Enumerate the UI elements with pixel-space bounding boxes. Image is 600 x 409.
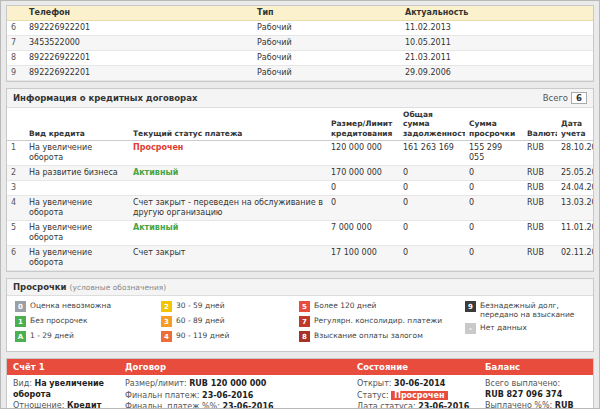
credit-currency: RUB [523,166,557,181]
account-contract-pair-label: Размер/лимит: [125,379,187,388]
phones-header-row: Телефон Тип Актуальность [7,6,593,21]
legend-code-swatch-9: 9 [465,301,476,312]
legend-label: 30 - 59 дней [176,301,225,311]
credit-row: 4На увеличение оборотаСчет закрыт - пере… [7,196,593,221]
account-contract-pair-value: 23-06-2016 [222,402,273,409]
credits-header-limit: Размер/Лимит кредитования [327,108,399,141]
account-info-pair-label: Вид: [13,379,32,388]
credit-row-number: 2 [7,166,25,181]
legend-column: 0Оценка невозможна1Без просрочекA1 - 29 … [15,301,153,346]
account-contract-column: Размер/лимит: RUB 120 000 000Финальн пла… [125,379,357,409]
account-state-column: Открыт: 30-06-2014Статус: ПросроченДата … [357,379,485,409]
account-balance-pair: Всего выплачено: RUB 827 096 374 [485,379,587,400]
credit-overdue: 0 [465,246,523,271]
credit-row: 5На увеличение оборотаАктивный7 000 0000… [7,221,593,246]
no-data-swatch: – [465,323,476,334]
legend-item: 0Оценка невозможна [15,301,153,312]
credits-header-currency: Валюта [523,108,557,141]
credit-row-number: 3 [7,181,25,196]
phones-header-type: Тип [253,6,401,21]
account-info-pair: Вид: На увеличение оборота [13,379,125,400]
credit-date: 28.10.2016 [557,141,593,166]
legend-item: 9Безнадежный долг, передано на взыскание [465,301,585,319]
legend-item: 360 - 89 дней [161,316,291,327]
phone-row-number: 9 [7,66,25,81]
phone-number: 892226922201 [25,66,253,81]
credits-header-num [7,108,25,141]
legend-section-header: Просрочки(условные обозначения) [7,279,593,296]
account-header-contract: Договор [125,362,357,372]
account-state-pair-value: 30-06-2014 [394,379,445,388]
account-section: Счёт 1 Договор Состояние Баланс Вид: На … [6,358,594,409]
credit-date: 02.11.2010 [557,246,593,271]
legend-item: 5Более 120 дней [299,301,457,312]
account-state-pair-value: 23-06-2016 [418,402,469,409]
credit-kind: На увеличение оборота [25,141,129,166]
phone-number: 892226922201 [25,51,253,66]
credit-status: Активный [129,221,327,246]
account-contract-pair: Размер/лимит: RUB 120 000 000 [125,379,357,389]
credits-header-debt: Общая сумма задолженности [399,108,465,141]
legend-label: Более 120 дней [314,301,376,311]
credits-section-header: Информация о кредитных договорах Всего6 [7,89,593,108]
credits-header-row: Вид кредита Текущий статус платежа Разме… [7,108,593,141]
phones-table: Телефон Тип Актуальность 6892226922201Ра… [7,6,593,81]
account-contract-pair: Финальн платеж: 23-06-2016 [125,391,357,401]
account-balance-pair-value: RUB 827 096 374 [485,390,562,399]
account-contract-pair-label: Финальн. платеж %%: [125,402,220,409]
account-contract-pair-label: Финальн платеж: [125,391,200,400]
credit-currency: RUB [523,246,557,271]
credit-date: 13.03.2013 [557,196,593,221]
credit-currency: RUB [523,196,557,221]
credits-header-kind: Вид кредита [25,108,129,141]
credit-date: 25.05.2016 [557,166,593,181]
account-info-pair-label: Отношение: [13,401,64,409]
legend-code-swatch-2: 2 [161,301,172,312]
credit-limit: 120 000 000 [327,141,399,166]
credit-kind [25,181,129,196]
account-balance-pair-label: Выплачено %%: [485,401,552,409]
credit-kind: На увеличение оборота [25,196,129,221]
legend-code-swatch-1: 1 [15,316,26,327]
credit-overdue: 155 299 055 [465,141,523,166]
account-state-pair: Статус: Просрочен [357,391,485,401]
credit-row: 2На развитие бизнесаАктивный170 000 0000… [7,166,593,181]
credit-debt: 0 [399,221,465,246]
legend-code-swatch-5: 5 [299,301,310,312]
account-header-state: Состояние [357,362,485,372]
credit-date: 11.01.2013 [557,221,593,246]
credit-report-page: Телефон Тип Актуальность 6892226922201Ра… [1,1,599,409]
credit-row-number: 1 [7,141,25,166]
credits-section: Информация о кредитных договорах Всего6 … [6,88,594,272]
legend-grid: 0Оценка невозможна1Без просрочекA1 - 29 … [7,296,593,351]
phone-date: 11.02.2013 [401,21,593,36]
legend-column: 9Безнадежный долг, передано на взыскание… [465,301,585,346]
credit-debt: 0 [399,196,465,221]
legend-code-swatch-A: A [15,331,26,342]
phones-header-phone: Телефон [25,6,253,21]
credit-debt: 0 [399,181,465,196]
account-contract-pair: Финальн. платеж %%: 23-06-2016 [125,402,357,409]
phones-header-num [7,6,25,21]
credits-total: Всего6 [543,92,587,104]
credit-row-number: 5 [7,221,25,246]
account-info-pair: Отношение: Кредит юридическому лицу [13,401,125,409]
credit-limit: 17 100 000 [327,246,399,271]
legend-label: Нет данных [480,323,527,333]
phone-row-number: 7 [7,36,25,51]
credit-status: Счет закрыт [129,246,327,271]
phone-date: 10.05.2011 [401,36,593,51]
legend-label: Оценка невозможна [30,301,111,311]
phone-type: Рабочий [253,51,401,66]
credit-status: Просрочен [129,141,327,166]
credit-row-number: 4 [7,196,25,221]
legend-code-swatch-0: 0 [15,301,26,312]
account-state-pair: Открыт: 30-06-2014 [357,379,485,389]
account-balance-column: Всего выплачено: RUB 827 096 374Выплачен… [485,379,587,409]
phone-row: 8892226922201Рабочий21.03.2011 [7,51,593,66]
credit-limit: 0 [327,181,399,196]
legend-item: 7Регулярн. консолидир. платежи [299,316,457,327]
legend-item: 490 - 119 дней [161,331,291,342]
account-balance-pair: Выплачено %%: RUB 161 263 169 [485,401,587,409]
legend-code-swatch-8: 8 [299,331,310,342]
